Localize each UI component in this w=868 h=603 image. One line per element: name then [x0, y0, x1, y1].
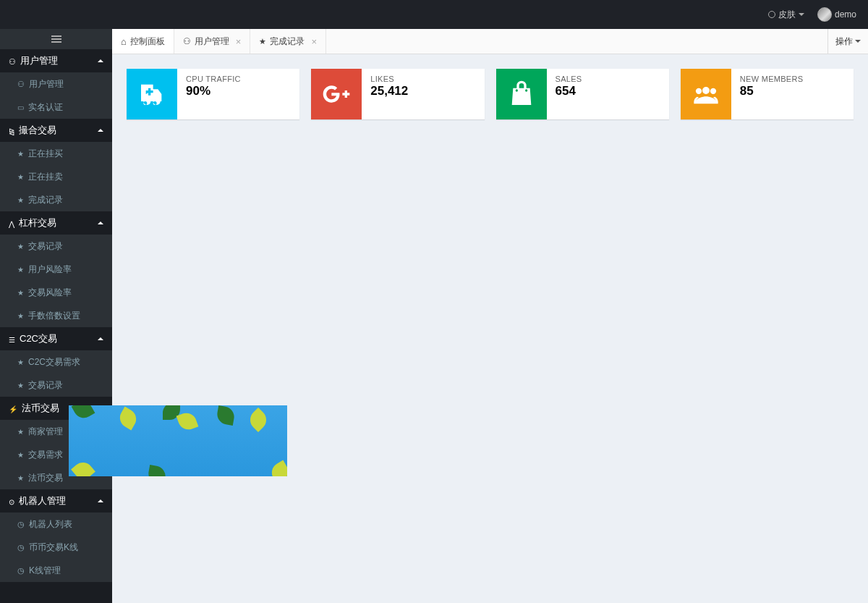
sidebar-item-label: 用户管理	[29, 78, 64, 90]
actions-dropdown[interactable]: 操作	[827, 29, 868, 54]
card-label: SALES	[556, 75, 660, 83]
sidebar-group-label: 法币交易	[22, 402, 59, 415]
sidebar-item-0-0[interactable]: 用户管理	[0, 72, 112, 96]
sidebar-item-label: C2C交易需求	[28, 356, 80, 368]
tab-label: 控制面板	[130, 35, 165, 48]
card-value: 85	[740, 84, 845, 98]
sidebar-item-label: 商家管理	[28, 426, 63, 438]
tab-bar: 控制面板用户管理×完成记录× 操作	[112, 29, 868, 54]
card-value: 654	[556, 84, 660, 98]
user-menu[interactable]: demo	[817, 7, 856, 22]
card-label: NEW MEMBERS	[740, 75, 845, 83]
star-icon	[17, 380, 24, 390]
username-label: demo	[835, 9, 856, 20]
sidebar-item-label: 机器人列表	[29, 518, 72, 531]
avatar	[817, 7, 832, 22]
close-icon[interactable]: ×	[236, 36, 242, 47]
sidebar: 用户管理用户管理实名认证撮合交易正在挂买正在挂卖完成记录杠杆交易交易记录用户风险…	[0, 29, 112, 603]
sidebar-item-1-1[interactable]: 正在挂卖	[0, 165, 112, 188]
tab-1[interactable]: 用户管理×	[174, 29, 251, 54]
star-icon	[17, 172, 24, 182]
star-icon	[17, 264, 24, 274]
close-icon[interactable]: ×	[311, 36, 317, 47]
tab-label: 完成记录	[270, 35, 305, 48]
hamburger-icon	[51, 35, 61, 43]
sidebar-item-label: 币币交易K线	[29, 541, 78, 554]
star-icon	[17, 473, 24, 483]
user-icon	[17, 79, 25, 89]
tab-0[interactable]: 控制面板	[112, 29, 174, 54]
sidebar-item-2-2[interactable]: 交易风险率	[0, 281, 112, 304]
caret-down-icon	[799, 13, 804, 16]
card-icon	[681, 69, 731, 119]
star-icon	[17, 311, 24, 321]
star-icon	[17, 241, 24, 251]
card-icon	[311, 69, 362, 119]
sidebar-item-0-1[interactable]: 实名认证	[0, 96, 112, 119]
sidebar-item-label: 交易需求	[28, 449, 63, 461]
sidebar-item-5-1[interactable]: 币币交易K线	[0, 536, 112, 559]
sidebar-item-label: 交易风险率	[28, 287, 72, 299]
sidebar-group-1[interactable]: 撮合交易	[0, 119, 112, 142]
card-label: LIKES	[370, 75, 475, 83]
sidebar-item-label: 手数倍数设置	[28, 310, 80, 322]
sidebar-item-label: 正在挂卖	[28, 171, 63, 183]
caret-down-icon	[855, 40, 861, 43]
sidebar-item-label: K线管理	[29, 565, 61, 577]
sidebar-item-label: 法币交易	[28, 472, 63, 484]
sidebar-item-1-0[interactable]: 正在挂买	[0, 142, 112, 165]
sidebar-item-2-3[interactable]: 手数倍数设置	[0, 304, 112, 327]
chevron-up-icon	[98, 129, 103, 132]
chevron-up-icon	[98, 337, 103, 340]
skin-switcher[interactable]: 皮肤	[768, 9, 804, 21]
sidebar-group-label: C2C交易	[20, 332, 57, 345]
stat-card-2: SALES654	[496, 69, 669, 119]
sidebar-item-label: 交易记录	[28, 240, 63, 253]
headset-icon	[9, 496, 14, 507]
sidebar-item-2-1[interactable]: 用户风险率	[0, 258, 112, 281]
sidebar-item-1-2[interactable]: 完成记录	[0, 188, 112, 211]
tab-2[interactable]: 完成记录×	[250, 29, 326, 54]
sidebar-item-3-1[interactable]: 交易记录	[0, 374, 112, 397]
sidebar-item-3-0[interactable]: C2C交易需求	[0, 350, 112, 374]
circle-icon	[768, 11, 775, 18]
actions-label: 操作	[835, 35, 853, 48]
star-icon	[17, 426, 24, 437]
sidebar-item-5-0[interactable]: 机器人列表	[0, 513, 112, 536]
clock-icon	[17, 565, 25, 575]
sidebar-group-label: 用户管理	[20, 54, 58, 67]
stat-card-3: NEW MEMBERS85	[681, 69, 854, 119]
clock-icon	[17, 519, 25, 529]
star-tab-icon	[259, 36, 266, 46]
user-icon	[9, 56, 16, 67]
msg-icon	[9, 334, 15, 345]
tab-label: 用户管理	[195, 35, 229, 48]
sidebar-item-label: 实名认证	[28, 101, 63, 114]
sidebar-group-2[interactable]: 杠杆交易	[0, 211, 112, 235]
sidebar-toggle[interactable]	[0, 29, 112, 49]
stat-card-0: CPU TRAFFIC90%	[127, 69, 299, 119]
sidebar-group-5[interactable]: 机器人管理	[0, 489, 112, 513]
clock-icon	[17, 542, 25, 552]
card-icon	[17, 102, 24, 112]
sidebar-item-5-2[interactable]: K线管理	[0, 559, 112, 582]
stat-card-1: LIKES25,412	[311, 69, 484, 119]
sidebar-group-label: 机器人管理	[19, 494, 66, 507]
star-icon	[17, 148, 24, 159]
flash-icon	[9, 403, 17, 414]
star-icon	[17, 450, 24, 460]
sidebar-item-2-0[interactable]: 交易记录	[0, 235, 112, 258]
decorative-overlay	[69, 405, 287, 476]
card-icon	[496, 69, 547, 119]
chevron-up-icon	[98, 59, 103, 62]
card-value: 90%	[186, 84, 291, 98]
sidebar-group-3[interactable]: C2C交易	[0, 327, 112, 350]
chart-icon	[9, 125, 14, 136]
chevron-up-icon	[98, 499, 103, 502]
dashboard-content: CPU TRAFFIC90%LIKES25,412SALES654NEW MEM…	[112, 54, 868, 134]
sidebar-group-label: 撮合交易	[19, 124, 56, 137]
main-area: 控制面板用户管理×完成记录× 操作 CPU TRAFFIC90%LIKES25,…	[112, 29, 868, 603]
pulse-icon	[9, 218, 14, 229]
sidebar-group-0[interactable]: 用户管理	[0, 49, 112, 72]
card-label: CPU TRAFFIC	[186, 75, 291, 83]
